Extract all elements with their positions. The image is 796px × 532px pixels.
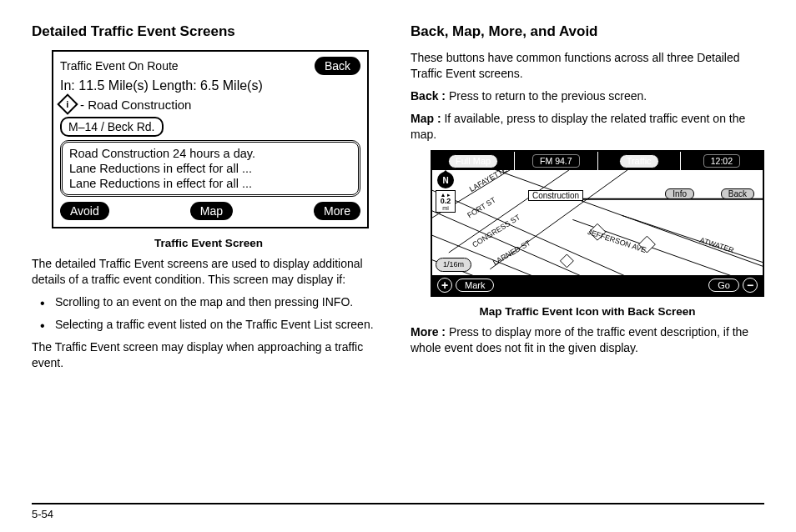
avoid-button[interactable]: Avoid [60,202,109,220]
page-footer: 5-54 [32,503,764,520]
fig1-event-type: - Road Construction [80,98,191,112]
back-button[interactable]: Back [315,57,360,75]
go-button[interactable]: Go [708,279,739,292]
fig2-caption: Map Traffic Event Icon with Back Screen [411,305,764,318]
info-button[interactable]: Info [665,188,694,199]
map-back-button[interactable]: Back [721,188,754,199]
svg-marker-12 [560,254,573,268]
fig1-road: M–14 / Beck Rd. [60,117,164,137]
north-icon[interactable]: N [437,172,454,188]
time-chip: 12:02 [703,154,740,168]
left-para1: The detailed Traffic Event screens are u… [32,256,385,288]
page-number: 5-54 [32,508,53,520]
scale-chip[interactable]: 1/16m [436,258,471,272]
fig1-description: Road Construction 24 hours a day. Lane R… [60,140,360,197]
map-screen-figure: Full Map FM 94.7 Traffic 12:02 [431,150,764,297]
map-desc: Map : If available, press to display the… [411,111,764,143]
left-para2: The Traffic Event screen may display whe… [32,339,385,371]
more-button[interactable]: More [314,202,360,220]
right-heading: Back, Map, More, and Avoid [411,23,764,40]
fig1-desc-line: Lane Reductions in effect for all ... [69,161,351,176]
fig1-title: Traffic Event On Route [60,59,179,73]
map-topbar: Full Map FM 94.7 Traffic 12:02 [432,152,763,170]
fig1-distance: In: 11.5 Mile(s) Length: 6.5 Mile(s) [60,78,360,93]
construction-icon: i [57,93,78,114]
zoom-in-button[interactable]: + [437,278,452,293]
bullet-item: Scrolling to an event on the map and the… [55,294,385,310]
mark-button[interactable]: Mark [456,279,494,292]
more-desc: More : Press to display more of the traf… [411,324,764,356]
fig1-caption: Traffic Event Screen [32,237,385,249]
fig1-desc-line: Lane Reductions in effect for all ... [69,176,351,191]
map-area[interactable]: N ▲ ▸ 0.2 mi Construction Info Back LAFA… [432,170,763,295]
right-intro: These buttons have common functions acro… [411,50,764,82]
map-bottombar: + Mark Go − [432,275,763,295]
radio-chip[interactable]: FM 94.7 [532,154,580,168]
fig1-desc-line: Road Construction 24 hours a day. [69,146,351,161]
scale-box: ▲ ▸ 0.2 mi [436,190,456,213]
bullet-item: Selecting a traffic event listed on the … [55,317,385,333]
traffic-event-screen-figure: Traffic Event On Route Back In: 11.5 Mil… [52,50,369,228]
zoom-out-button[interactable]: − [743,278,758,293]
construction-label: Construction [528,190,583,201]
fullmap-chip[interactable]: Full Map [448,154,498,168]
map-button[interactable]: Map [190,202,233,220]
left-heading: Detailed Traffic Event Screens [32,23,385,40]
back-desc: Back : Press to return to the previous s… [411,88,764,104]
traffic-chip[interactable]: Traffic [619,154,659,168]
